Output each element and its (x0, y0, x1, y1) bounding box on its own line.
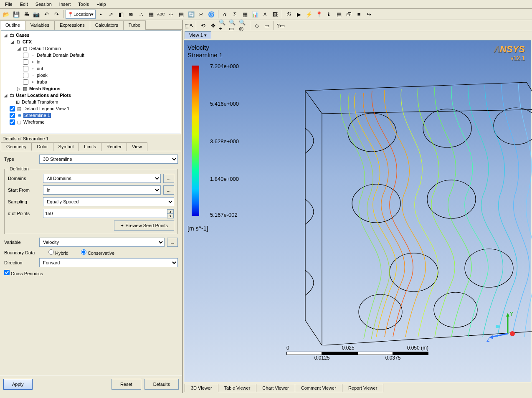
redo-icon[interactable]: ↷ (52, 10, 61, 19)
direction-select[interactable]: Forward (39, 258, 178, 267)
macro-icon[interactable]: ≡ (355, 10, 364, 19)
domains-more-button[interactable]: ... (163, 174, 174, 183)
menu-insert[interactable]: Insert (56, 1, 74, 8)
preview-seed-button[interactable]: ✦ Preview Seed Points (114, 221, 174, 231)
clip-icon[interactable]: ✂ (197, 10, 206, 19)
highlight-icon[interactable]: ◇ (252, 21, 261, 30)
region-icon[interactable]: ▭ (262, 21, 271, 30)
dtab-limits[interactable]: Limits (79, 142, 101, 151)
viewer-tab-table[interactable]: Table Viewer (218, 384, 257, 392)
tree-user-loc[interactable]: ◢🗀User Locations and Plots (2, 92, 180, 99)
viewer-tab-chart[interactable]: Chart Viewer (256, 384, 295, 392)
viewer-tab-comment[interactable]: Comment Viewer (295, 384, 342, 392)
zoom-box-icon[interactable]: 🔍▭ (228, 21, 238, 30)
vortex-icon[interactable]: 🌀 (207, 10, 216, 19)
tab-expressions[interactable]: Expressions (54, 20, 90, 30)
snapshot-icon[interactable]: 📷 (32, 10, 41, 19)
rotate-icon[interactable]: ⟲ (198, 21, 208, 30)
dtab-symbol[interactable]: Symbol (53, 142, 79, 151)
tree-mesh-regions[interactable]: ▷▦Mesh Regions (2, 85, 180, 92)
apply-button[interactable]: Apply (3, 379, 33, 390)
variable-more-button[interactable]: ... (167, 238, 178, 247)
tree-cfx[interactable]: ◢🗋CFX (2, 38, 180, 45)
pan-icon[interactable]: ✥ (208, 21, 218, 30)
chart-icon[interactable]: 📊 (251, 10, 260, 19)
expression-icon[interactable]: Σ (231, 10, 240, 19)
streamline-icon[interactable]: ≋ (127, 10, 136, 19)
probe-icon[interactable]: 📍 (314, 10, 324, 19)
npoints-spinner[interactable]: ▲▼ (167, 209, 174, 218)
coord-icon[interactable]: ⊹ (167, 10, 176, 19)
menu-session[interactable]: Session (32, 1, 55, 8)
hybrid-radio[interactable]: Hybrid (48, 249, 68, 256)
tree-default-transform[interactable]: ⊞Default Transform (2, 99, 180, 105)
help-icon[interactable]: ?▭ (276, 21, 285, 30)
tree-plosk[interactable]: ▫plosk (2, 72, 180, 79)
volume-icon[interactable]: ▦ (147, 10, 156, 19)
view1-tab[interactable]: View 1 ▾ (185, 31, 211, 39)
tree-out[interactable]: ▫out (2, 65, 180, 72)
startfrom-select[interactable]: in (43, 185, 161, 195)
comment-icon[interactable]: A (261, 10, 270, 19)
tree-wireframe[interactable]: ▢Wireframe (2, 119, 180, 125)
domains-select[interactable]: All Domains (43, 174, 161, 183)
menu-help[interactable]: Help (93, 1, 109, 8)
tab-variables[interactable]: Variables (25, 20, 55, 30)
3d-viewport[interactable]: Velocity Streamline 1 7.204e+000 5.416e+… (184, 40, 531, 382)
tab-outline[interactable]: Outline (0, 20, 25, 30)
tree-streamline1[interactable]: ≋Streamline 1 (2, 112, 180, 119)
dtab-color[interactable]: Color (31, 142, 53, 151)
viewer-tab-report[interactable]: Report Viewer (342, 384, 384, 392)
variable-select[interactable]: Velocity (39, 238, 165, 247)
tree-cases[interactable]: ◢🗀Cases (2, 32, 180, 38)
particle-icon[interactable]: ∴ (137, 10, 146, 19)
tab-calculators[interactable]: Calculators (90, 20, 124, 30)
dtab-view[interactable]: View (127, 142, 147, 151)
conservative-radio[interactable]: Conservative (81, 249, 114, 256)
fit-icon[interactable]: 🔍◎ (238, 21, 248, 30)
dtab-geometry[interactable]: Geometry (1, 142, 32, 151)
npoints-input[interactable] (43, 209, 174, 218)
text-icon[interactable]: ABC (157, 10, 166, 19)
menu-file[interactable]: File (2, 1, 16, 8)
vector-icon[interactable]: ↗ (106, 10, 116, 19)
tree-dd-default[interactable]: ▫Default Domain Default (2, 52, 180, 58)
quick-icon[interactable]: ⚡ (304, 10, 314, 19)
figure-icon[interactable]: 🖼 (271, 10, 280, 19)
animate-icon[interactable]: ▶ (294, 10, 304, 19)
turbo-icon[interactable]: 🌡 (324, 10, 334, 19)
defaults-button[interactable]: Defaults (144, 379, 179, 390)
cross-periodics-checkbox[interactable]: Cross Periodics (4, 270, 43, 276)
instance-icon[interactable]: 🔄 (187, 10, 196, 19)
dtab-render[interactable]: Render (101, 142, 127, 151)
tree-default-domain[interactable]: ◢▢Default Domain (2, 45, 180, 52)
select-icon[interactable]: ⬚↖ (185, 21, 194, 30)
timer-icon[interactable]: ⏱ (284, 10, 294, 19)
func-calc-icon[interactable]: 🗗 (345, 10, 354, 19)
legend-icon[interactable]: ▤ (177, 10, 186, 19)
menu-edit[interactable]: Edit (17, 1, 31, 8)
export-icon[interactable]: ↪ (365, 10, 374, 19)
tab-turbo[interactable]: Turbo (123, 20, 146, 30)
menu-tools[interactable]: Tools (75, 1, 92, 8)
print-icon[interactable]: 🖶 (22, 10, 31, 19)
location-dropdown[interactable]: 📍Location▾ (66, 10, 96, 19)
viewer-tab-3d[interactable]: 3D Viewer (185, 384, 218, 392)
type-select[interactable]: 3D Streamline (39, 155, 178, 164)
save-icon[interactable]: 💾 (12, 10, 21, 19)
table-icon[interactable]: ▦ (241, 10, 250, 19)
open-icon[interactable]: 📂 (2, 10, 11, 19)
variable-icon[interactable]: α (220, 10, 230, 19)
tree-truba[interactable]: ▫truba (2, 79, 180, 85)
tree-default-legend[interactable]: ▤Default Legend View 1 (2, 105, 180, 112)
outline-tree[interactable]: ◢🗀Cases ◢🗋CFX ◢▢Default Domain ▫Default … (1, 30, 181, 134)
sampling-select[interactable]: Equally Spaced (43, 197, 174, 206)
undo-icon[interactable]: ↶ (42, 10, 51, 19)
mesh-calc-icon[interactable]: ▤ (334, 10, 344, 19)
zoom-in-icon[interactable]: 🔍+ (218, 21, 228, 30)
startfrom-more-button[interactable]: ... (163, 185, 174, 195)
reset-button[interactable]: Reset (111, 379, 141, 390)
contour-icon[interactable]: ◧ (117, 10, 126, 19)
tree-in[interactable]: ▫in (2, 58, 180, 65)
point-icon[interactable]: • (96, 10, 106, 19)
